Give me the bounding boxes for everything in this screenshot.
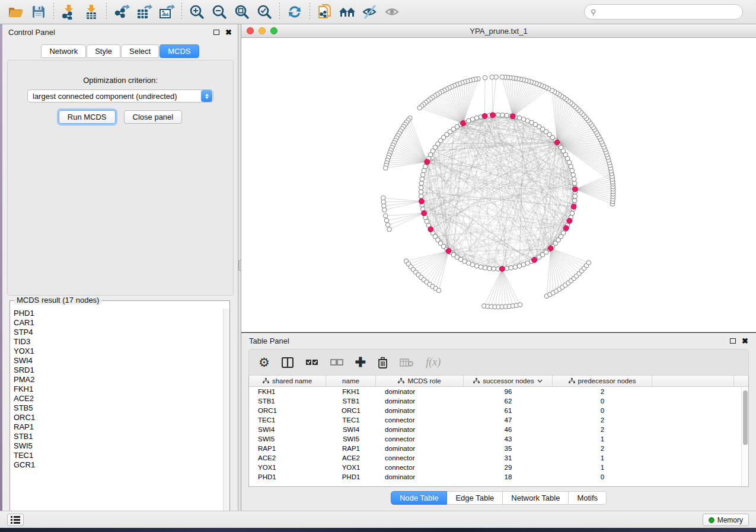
zoom-out-icon[interactable]	[208, 2, 231, 22]
ring-node[interactable]	[419, 194, 423, 198]
ring-node[interactable]	[500, 113, 505, 117]
ring-node[interactable]	[419, 190, 423, 194]
leaf-node[interactable]	[490, 75, 495, 79]
leaf-node[interactable]	[500, 75, 505, 79]
cell-shared-name[interactable]: STB1	[249, 398, 326, 405]
save-session-icon[interactable]	[27, 2, 50, 22]
cell-predecessor-nodes[interactable]: 1	[553, 464, 652, 471]
mcds-hub-node[interactable]	[563, 226, 569, 231]
node-table[interactable]: shared namenameMCDS rolesuccessor nodesp…	[248, 376, 749, 487]
ring-node[interactable]	[419, 185, 423, 190]
cell-shared-name[interactable]: SWI5	[249, 435, 326, 443]
ring-node[interactable]	[505, 113, 509, 118]
ring-node[interactable]	[517, 264, 522, 268]
ring-node[interactable]	[513, 265, 518, 270]
table-row[interactable]: SWI5SWI5connector431	[249, 434, 748, 444]
mcds-node-item[interactable]: GCR1	[14, 460, 223, 470]
mcds-node-item[interactable]: ORC1	[14, 413, 223, 422]
mcds-list-scrollbar[interactable]	[223, 309, 229, 520]
ring-node[interactable]	[517, 116, 522, 120]
cell-successor-nodes[interactable]: 35	[464, 445, 553, 452]
cell-name[interactable]: SWI4	[326, 426, 376, 433]
cell-name[interactable]: SWI5	[326, 435, 376, 443]
mcds-node-item[interactable]: PMA2	[14, 375, 223, 384]
task-history-button[interactable]	[7, 514, 24, 526]
cell-successor-nodes[interactable]: 61	[464, 407, 553, 414]
mcds-node-item[interactable]: TEC1	[14, 451, 223, 460]
cell-name[interactable]: RAP1	[326, 445, 376, 452]
ring-node[interactable]	[420, 177, 425, 181]
column-header-predecessor-nodes[interactable]: predecessor nodes	[553, 376, 652, 386]
cell-name[interactable]: YOX1	[326, 464, 376, 471]
mcds-hub-node[interactable]	[446, 248, 451, 254]
mcds-result-list[interactable]: PHD1CAR1STP4TID3YOX1SWI4SRD1PMA2FKH1ACE2…	[10, 309, 223, 520]
tab-network-table[interactable]: Network Table	[503, 491, 569, 505]
cell-successor-nodes[interactable]: 43	[464, 435, 553, 443]
ring-node[interactable]	[570, 168, 575, 173]
table-row[interactable]: TEC1TEC1connector472	[249, 415, 748, 425]
mcds-hub-node[interactable]	[419, 198, 425, 204]
mcds-node-item[interactable]: ACE2	[14, 394, 223, 403]
cell-successor-nodes[interactable]: 18	[464, 473, 553, 480]
mcds-node-item[interactable]: TID3	[14, 337, 223, 347]
tab-style[interactable]: Style	[87, 44, 120, 58]
cell-shared-name[interactable]: TEC1	[249, 416, 326, 424]
tab-select[interactable]: Select	[121, 44, 159, 58]
mcds-node-item[interactable]: YOX1	[14, 347, 223, 356]
ring-node[interactable]	[572, 177, 576, 181]
float-panel-icon[interactable]	[213, 30, 219, 35]
column-header-MCDS-role[interactable]: MCDS role	[376, 376, 464, 386]
leaf-node[interactable]	[382, 208, 387, 213]
cell-predecessor-nodes[interactable]: 2	[553, 388, 652, 395]
import-network-icon[interactable]	[58, 2, 80, 22]
cell-successor-nodes[interactable]: 62	[464, 398, 553, 405]
cell-successor-nodes[interactable]: 31	[464, 454, 553, 462]
mcds-node-item[interactable]: SWI4	[14, 356, 223, 366]
cell-shared-name[interactable]: YOX1	[249, 464, 326, 471]
zoom-fit-icon[interactable]	[231, 2, 253, 22]
table-row[interactable]: STB1STB1dominator620	[249, 396, 748, 406]
tab-node-table[interactable]: Node Table	[391, 491, 448, 505]
cell-name[interactable]: STB1	[326, 398, 376, 405]
import-table-icon[interactable]	[80, 2, 103, 22]
export-table-icon[interactable]	[133, 2, 155, 22]
optimization-criterion-dropdown[interactable]: largest connected component (undirected)	[27, 89, 213, 102]
ring-node[interactable]	[483, 265, 487, 270]
mcds-hub-node[interactable]	[548, 246, 553, 251]
cell-predecessor-nodes[interactable]: 0	[553, 407, 652, 414]
mcds-hub-node[interactable]	[428, 227, 433, 232]
cell-predecessor-nodes[interactable]: 2	[553, 416, 652, 424]
cell-MCDS-role[interactable]: connector	[376, 464, 464, 471]
mcds-hub-node[interactable]	[461, 121, 466, 126]
leaf-node[interactable]	[383, 214, 388, 219]
cell-name[interactable]: ORC1	[326, 407, 376, 414]
cell-shared-name[interactable]: PHD1	[249, 473, 326, 480]
first-neighbors-icon[interactable]	[336, 2, 359, 22]
ring-node[interactable]	[571, 172, 576, 177]
mcds-node-item[interactable]: SRD1	[14, 366, 223, 375]
table-row[interactable]: SWI4SWI4dominator462	[249, 425, 748, 434]
leaf-node[interactable]	[483, 75, 487, 80]
ring-node[interactable]	[505, 266, 509, 271]
mcds-hub-node[interactable]	[510, 114, 515, 119]
mcds-node-item[interactable]: RAP1	[14, 422, 223, 432]
mcds-node-item[interactable]: STP4	[14, 328, 223, 337]
mcds-hub-node[interactable]	[482, 114, 487, 119]
apply-layout-icon[interactable]	[283, 2, 306, 22]
cell-MCDS-role[interactable]: connector	[376, 435, 464, 443]
cell-name[interactable]: ACE2	[326, 454, 376, 462]
mcds-hub-node[interactable]	[571, 204, 576, 209]
ring-node[interactable]	[474, 116, 479, 120]
cell-MCDS-role[interactable]: connector	[376, 454, 464, 462]
leaf-node[interactable]	[384, 218, 389, 223]
network-canvas[interactable]	[241, 38, 756, 332]
add-column-icon[interactable]: ✚	[355, 355, 366, 370]
cell-predecessor-nodes[interactable]: 1	[553, 454, 652, 462]
export-image-icon[interactable]	[155, 2, 178, 22]
cell-shared-name[interactable]: ORC1	[249, 407, 326, 414]
cell-shared-name[interactable]: SWI4	[249, 426, 326, 433]
hide-selected-icon[interactable]	[359, 2, 381, 22]
column-header-successor-nodes[interactable]: successor nodes	[464, 376, 553, 386]
cell-MCDS-role[interactable]: dominator	[376, 407, 464, 414]
show-column-panel-icon[interactable]	[282, 357, 294, 368]
